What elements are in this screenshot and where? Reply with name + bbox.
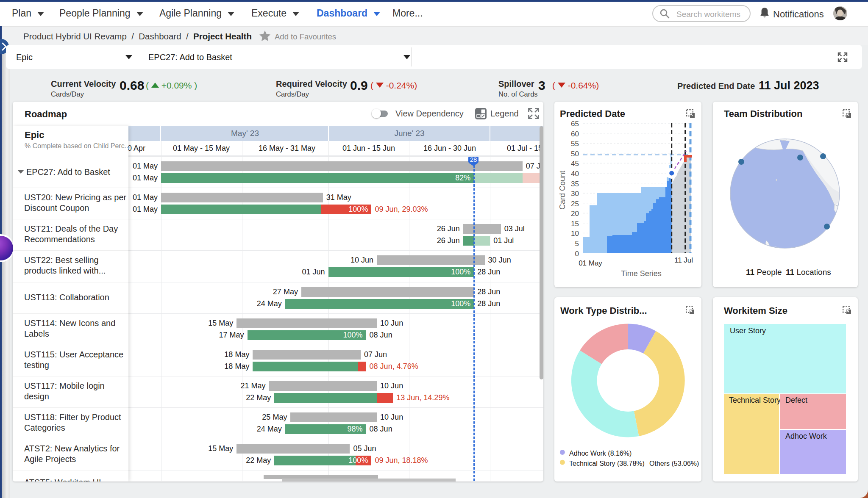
- svg-text:11 Locations: 11 Locations: [786, 268, 831, 277]
- svg-text:01 May: 01 May: [579, 259, 602, 267]
- svg-text:65: 65: [571, 120, 579, 128]
- svg-text:60: 60: [571, 130, 579, 138]
- svg-text:55: 55: [571, 140, 579, 148]
- svg-text:Time Series: Time Series: [621, 269, 661, 278]
- svg-text:0: 0: [575, 250, 579, 258]
- svg-text:35: 35: [571, 180, 579, 188]
- svg-text:5: 5: [575, 240, 579, 248]
- svg-text:Technical Story (38.78%): Technical Story (38.78%): [569, 460, 645, 467]
- svg-text:15: 15: [571, 220, 579, 228]
- svg-text:25: 25: [571, 200, 579, 208]
- svg-text:Card Count: Card Count: [558, 171, 567, 210]
- svg-text:40: 40: [571, 170, 579, 178]
- svg-text:50: 50: [571, 150, 579, 158]
- svg-text:Others (53.06%): Others (53.06%): [649, 460, 699, 467]
- svg-text:11 People: 11 People: [746, 268, 782, 277]
- svg-text:10: 10: [571, 230, 579, 238]
- svg-text:30: 30: [571, 190, 579, 198]
- svg-text:11 Jul: 11 Jul: [674, 256, 693, 264]
- svg-text:Adhoc Work (8.16%): Adhoc Work (8.16%): [569, 450, 632, 457]
- svg-text:20: 20: [571, 210, 579, 218]
- svg-text:45: 45: [571, 160, 579, 168]
